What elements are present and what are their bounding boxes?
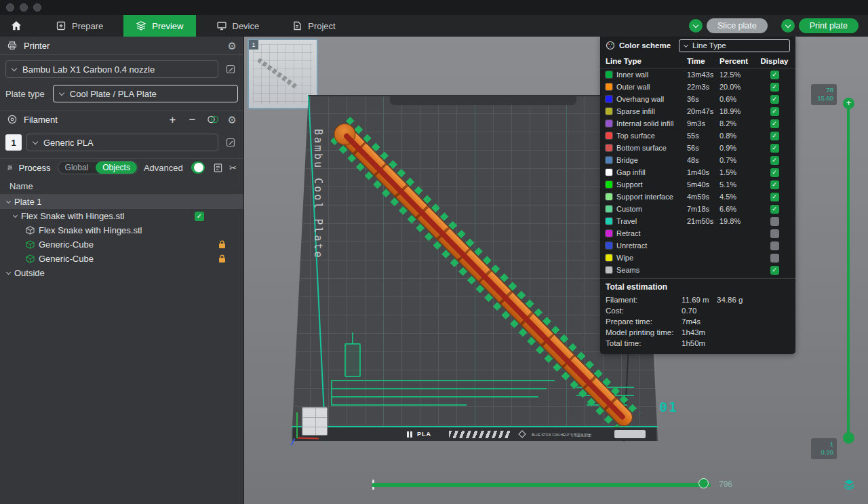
line-type-time: 36s — [687, 95, 719, 103]
display-checkbox[interactable]: ✓ — [770, 168, 779, 177]
display-checkbox[interactable]: ✓ — [770, 144, 779, 153]
slice-options-button[interactable] — [689, 19, 703, 33]
plate-handle — [390, 96, 576, 105]
parameter-table-icon[interactable] — [213, 163, 223, 173]
filament-edit-button[interactable] — [223, 135, 238, 150]
plate-name-text: Bambu Cool Plate — [312, 129, 324, 260]
plate-type-label: Plate type — [5, 89, 45, 99]
legend-row-4: Internal solid infill9m3s8.2%✓ — [600, 117, 795, 130]
expand-chevron-icon[interactable] — [13, 213, 18, 218]
printer-preset-select[interactable]: Bambu Lab X1 Carbon 0.4 nozzle — [5, 60, 218, 78]
preview-icon — [136, 20, 146, 31]
display-checkbox[interactable]: ✓ — [770, 132, 779, 140]
legend-row-12: Travel21m50s19.8% — [600, 215, 795, 227]
tree-row-flex-snake-with-hinges-stl[interactable]: Flex Snake with Hinges.stl — [0, 223, 243, 237]
tab-preview[interactable]: Preview — [123, 15, 195, 37]
expand-chevron-icon[interactable] — [6, 270, 11, 275]
print-plate-button[interactable]: Print plate — [799, 18, 859, 33]
line-type-label: Retract — [616, 229, 687, 237]
tree-row-flex-snake-with-hinges-stl[interactable]: Flex Snake with Hinges.stl✓ — [0, 209, 243, 223]
legend-row-8: Gap infill1m40s1.5%✓ — [600, 166, 795, 178]
home-button[interactable] — [5, 15, 27, 37]
printer-settings-gear-icon[interactable]: ⚙ — [228, 41, 237, 51]
display-checkbox[interactable]: ✓ — [770, 83, 779, 92]
filament-toolbar: + − ⚙ — [167, 114, 237, 125]
display-checkbox[interactable]: ✓ — [770, 205, 779, 214]
line-type-percent: 1.5% — [719, 168, 756, 176]
print-options-button[interactable] — [781, 19, 795, 33]
layer-slider-lower-handle[interactable] — [843, 432, 854, 444]
tree-row-outside[interactable]: Outside — [0, 266, 243, 280]
display-checkbox[interactable] — [770, 217, 779, 226]
legend-row-6: Bottom surface56s0.9%✓ — [600, 142, 795, 154]
multi-filament-icon[interactable] — [207, 114, 219, 125]
legend-row-10: Support interface4m59s4.5%✓ — [600, 191, 795, 203]
display-checkbox[interactable]: ✓ — [770, 95, 779, 104]
add-filament-button[interactable]: + — [167, 114, 178, 125]
display-checkbox[interactable]: ✓ — [770, 107, 779, 116]
layer-slider-upper-handle[interactable]: + — [843, 98, 854, 109]
display-checkbox[interactable]: ✓ — [770, 193, 779, 201]
expand-chevron-icon[interactable] — [6, 199, 11, 203]
chevron-down-icon — [684, 42, 688, 47]
top-layer-height: 15.60 — [814, 94, 833, 102]
advanced-toggle[interactable] — [191, 161, 205, 174]
color-scheme-value: Line Type — [692, 41, 726, 50]
process-icon — [7, 162, 14, 173]
close-button[interactable] — [6, 3, 14, 12]
legend-row-14: Unretract — [600, 239, 795, 252]
line-type-swatch — [606, 132, 612, 139]
line-type-label: Wipe — [616, 254, 687, 262]
tab-project[interactable]: Project — [279, 15, 347, 37]
filament-settings-gear-icon[interactable]: ⚙ — [228, 115, 237, 125]
layers-button[interactable] — [841, 476, 857, 492]
scope-global-option[interactable]: Global — [58, 163, 96, 172]
viewport-3d[interactable]: 1 Bambu Cool Plate — [244, 37, 868, 504]
filament-spool-icon — [7, 114, 18, 125]
tab-project-label: Project — [308, 21, 335, 31]
tab-prepare[interactable]: Prepare — [43, 15, 115, 37]
layer-slider-track[interactable] — [847, 109, 850, 433]
tree-row-label: Plate 1 — [14, 197, 41, 207]
chevron-down-icon — [59, 90, 64, 96]
display-checkbox[interactable]: ✓ — [770, 71, 779, 79]
display-checkbox[interactable] — [770, 241, 779, 250]
tree-row-generic-cube[interactable]: Generic-Cube — [0, 237, 243, 252]
move-slider-handle[interactable] — [698, 478, 709, 488]
line-type-time: 1m40s — [687, 168, 719, 176]
scope-objects-option[interactable]: Objects — [96, 161, 137, 174]
model-generic-cubes[interactable] — [302, 407, 328, 435]
filament-preset-select[interactable]: Generic PLA — [26, 134, 218, 151]
palette-icon — [606, 41, 615, 50]
display-checkbox[interactable] — [770, 229, 779, 238]
zoom-button[interactable] — [33, 3, 41, 12]
line-type-swatch — [606, 71, 612, 78]
display-checkbox[interactable]: ✓ — [770, 266, 779, 275]
tree-row-plate-1[interactable]: Plate 1 — [0, 195, 243, 209]
plate-edge — [309, 95, 641, 96]
display-checkbox[interactable] — [770, 254, 779, 263]
display-checkbox[interactable]: ✓ — [770, 180, 779, 189]
color-scheme-select[interactable]: Line Type — [679, 39, 790, 52]
color-scheme-label: Color scheme — [619, 41, 671, 50]
plate-type-value: Cool Plate / PLA Plate — [70, 89, 157, 99]
tab-device[interactable]: Device — [204, 15, 272, 37]
display-checkbox[interactable]: ✓ — [770, 156, 779, 165]
main-content: Printer ⚙ Bambu Lab X1 Carbon 0.4 nozzle… — [0, 37, 868, 504]
line-type-label: Bottom surface — [616, 144, 687, 152]
printer-edit-button[interactable] — [223, 62, 238, 77]
plate-type-select[interactable]: Cool Plate / PLA Plate — [53, 85, 238, 102]
line-type-swatch — [606, 144, 612, 151]
slice-plate-button[interactable]: Slice plate — [707, 18, 768, 33]
line-type-time: 20m47s — [687, 107, 719, 115]
column-line-type: Line Type — [606, 57, 687, 65]
cut-icon[interactable]: ✂ — [229, 163, 237, 173]
display-checkbox[interactable]: ✓ — [770, 119, 779, 128]
object-visibility-checkbox[interactable]: ✓ — [195, 212, 204, 221]
process-scope-toggle: Global Objects — [58, 161, 138, 174]
move-slider-track[interactable] — [372, 483, 711, 487]
minimize-button[interactable] — [20, 3, 28, 12]
tree-row-generic-cube[interactable]: Generic-Cube — [0, 252, 243, 266]
chevron-down-icon — [785, 22, 790, 27]
remove-filament-button[interactable]: − — [187, 114, 198, 125]
